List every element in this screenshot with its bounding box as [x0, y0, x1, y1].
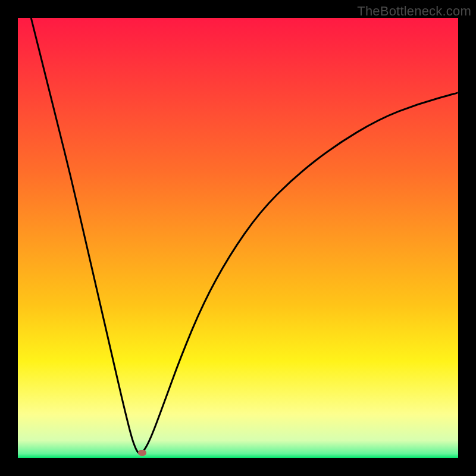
bottleneck-curve	[31, 18, 458, 454]
optimum-marker	[138, 450, 146, 456]
curve-svg	[18, 18, 458, 458]
chart-frame: TheBottleneck.com	[0, 0, 476, 476]
plot-area	[18, 18, 458, 458]
watermark-text: TheBottleneck.com	[357, 4, 471, 19]
